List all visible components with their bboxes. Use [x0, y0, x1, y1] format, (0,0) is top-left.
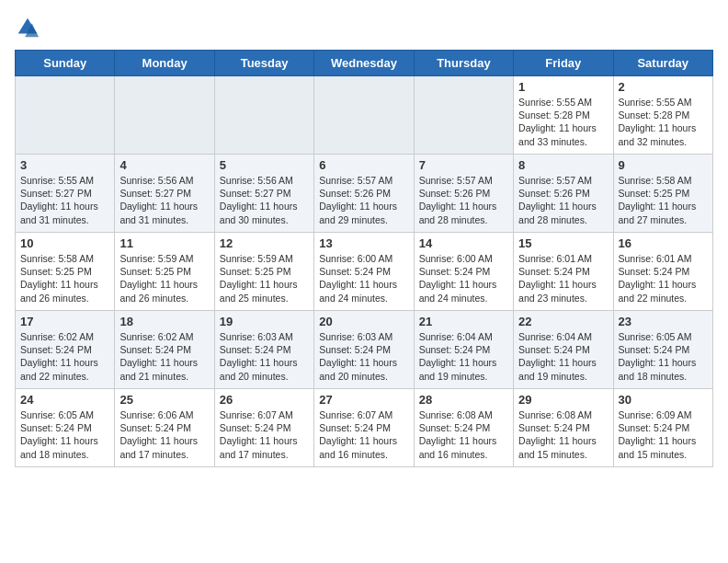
- day-number: 20: [319, 315, 408, 328]
- day-number: 13: [319, 236, 408, 250]
- day-number: 28: [419, 393, 508, 407]
- day-number: 26: [220, 393, 309, 407]
- calendar-cell: [115, 76, 214, 155]
- calendar-cell: 3Sunrise: 5:55 AM Sunset: 5:27 PM Daylig…: [16, 155, 115, 233]
- calendar-header: SundayMondayTuesdayWednesdayThursdayFrid…: [16, 51, 713, 76]
- cell-info: Sunrise: 5:58 AM Sunset: 5:25 PM Dayligh…: [20, 252, 109, 304]
- calendar-cell: 30Sunrise: 6:09 AM Sunset: 5:24 PM Dayli…: [613, 389, 712, 467]
- weekday-header: Saturday: [613, 51, 712, 76]
- calendar-cell: 22Sunrise: 6:04 AM Sunset: 5:24 PM Dayli…: [514, 311, 613, 389]
- day-number: 23: [619, 315, 708, 328]
- cell-info: Sunrise: 5:56 AM Sunset: 5:27 PM Dayligh…: [220, 174, 309, 226]
- cell-info: Sunrise: 5:57 AM Sunset: 5:26 PM Dayligh…: [518, 174, 608, 226]
- calendar-cell: 28Sunrise: 6:08 AM Sunset: 5:24 PM Dayli…: [414, 389, 513, 467]
- logo: [15, 15, 44, 40]
- calendar-cell: 2Sunrise: 5:55 AM Sunset: 5:28 PM Daylig…: [613, 76, 712, 155]
- cell-info: Sunrise: 6:07 AM Sunset: 5:24 PM Dayligh…: [319, 408, 408, 461]
- day-number: 15: [518, 236, 608, 250]
- cell-info: Sunrise: 5:55 AM Sunset: 5:28 PM Dayligh…: [619, 96, 708, 148]
- calendar-cell: 12Sunrise: 5:59 AM Sunset: 5:25 PM Dayli…: [214, 233, 313, 311]
- day-number: 7: [419, 158, 508, 172]
- cell-info: Sunrise: 6:02 AM Sunset: 5:24 PM Dayligh…: [119, 330, 209, 383]
- cell-info: Sunrise: 5:55 AM Sunset: 5:28 PM Dayligh…: [518, 96, 608, 148]
- cell-info: Sunrise: 6:03 AM Sunset: 5:24 PM Dayligh…: [319, 330, 408, 383]
- calendar-cell: 1Sunrise: 5:55 AM Sunset: 5:28 PM Daylig…: [514, 76, 613, 155]
- cell-info: Sunrise: 6:01 AM Sunset: 5:24 PM Dayligh…: [518, 252, 608, 304]
- day-number: 25: [119, 393, 209, 407]
- calendar-cell: [16, 76, 115, 155]
- cell-info: Sunrise: 6:09 AM Sunset: 5:24 PM Dayligh…: [619, 408, 708, 461]
- day-number: 30: [619, 393, 708, 407]
- day-number: 10: [20, 236, 109, 250]
- day-number: 27: [319, 393, 408, 407]
- calendar-cell: 26Sunrise: 6:07 AM Sunset: 5:24 PM Dayli…: [214, 389, 313, 467]
- calendar-cell: 14Sunrise: 6:00 AM Sunset: 5:24 PM Dayli…: [414, 233, 513, 311]
- cell-info: Sunrise: 5:57 AM Sunset: 5:26 PM Dayligh…: [419, 174, 508, 226]
- calendar-cell: [314, 76, 414, 155]
- calendar-cell: 5Sunrise: 5:56 AM Sunset: 5:27 PM Daylig…: [214, 155, 313, 233]
- calendar-cell: 16Sunrise: 6:01 AM Sunset: 5:24 PM Dayli…: [613, 233, 712, 311]
- day-number: 8: [518, 158, 608, 172]
- calendar-cell: [414, 76, 513, 155]
- calendar-cell: 15Sunrise: 6:01 AM Sunset: 5:24 PM Dayli…: [514, 233, 613, 311]
- weekday-header: Friday: [514, 51, 613, 76]
- cell-info: Sunrise: 6:05 AM Sunset: 5:24 PM Dayligh…: [20, 408, 109, 461]
- day-number: 16: [619, 236, 708, 250]
- cell-info: Sunrise: 6:00 AM Sunset: 5:24 PM Dayligh…: [419, 252, 508, 304]
- weekday-header: Sunday: [16, 51, 115, 76]
- day-number: 24: [20, 393, 109, 407]
- logo-icon: [15, 15, 40, 40]
- calendar-cell: 4Sunrise: 5:56 AM Sunset: 5:27 PM Daylig…: [115, 155, 214, 233]
- cell-info: Sunrise: 6:05 AM Sunset: 5:24 PM Dayligh…: [619, 330, 708, 383]
- cell-info: Sunrise: 5:59 AM Sunset: 5:25 PM Dayligh…: [220, 252, 309, 304]
- cell-info: Sunrise: 5:55 AM Sunset: 5:27 PM Dayligh…: [20, 174, 109, 226]
- calendar-cell: 6Sunrise: 5:57 AM Sunset: 5:26 PM Daylig…: [314, 155, 414, 233]
- calendar-cell: 13Sunrise: 6:00 AM Sunset: 5:24 PM Dayli…: [314, 233, 414, 311]
- calendar-cell: 17Sunrise: 6:02 AM Sunset: 5:24 PM Dayli…: [16, 311, 115, 389]
- calendar-week-row: 24Sunrise: 6:05 AM Sunset: 5:24 PM Dayli…: [16, 389, 713, 467]
- day-number: 21: [419, 315, 508, 328]
- calendar-cell: 25Sunrise: 6:06 AM Sunset: 5:24 PM Dayli…: [115, 389, 214, 467]
- calendar-cell: 24Sunrise: 6:05 AM Sunset: 5:24 PM Dayli…: [16, 389, 115, 467]
- calendar-cell: 21Sunrise: 6:04 AM Sunset: 5:24 PM Dayli…: [414, 311, 513, 389]
- calendar-cell: 9Sunrise: 5:58 AM Sunset: 5:25 PM Daylig…: [613, 155, 712, 233]
- day-number: 9: [619, 158, 708, 172]
- cell-info: Sunrise: 6:00 AM Sunset: 5:24 PM Dayligh…: [319, 252, 408, 304]
- cell-info: Sunrise: 6:02 AM Sunset: 5:24 PM Dayligh…: [20, 330, 109, 383]
- page-header: [15, 15, 713, 40]
- weekday-header: Tuesday: [214, 51, 313, 76]
- day-number: 1: [518, 80, 608, 94]
- day-number: 4: [119, 158, 209, 172]
- day-number: 2: [619, 80, 708, 94]
- cell-info: Sunrise: 5:56 AM Sunset: 5:27 PM Dayligh…: [119, 174, 209, 226]
- day-number: 11: [119, 236, 209, 250]
- weekday-header: Monday: [115, 51, 214, 76]
- calendar-cell: 29Sunrise: 6:08 AM Sunset: 5:24 PM Dayli…: [514, 389, 613, 467]
- weekday-header: Wednesday: [314, 51, 414, 76]
- day-number: 5: [220, 158, 309, 172]
- day-number: 12: [220, 236, 309, 250]
- calendar-week-row: 10Sunrise: 5:58 AM Sunset: 5:25 PM Dayli…: [16, 233, 713, 311]
- cell-info: Sunrise: 5:57 AM Sunset: 5:26 PM Dayligh…: [319, 174, 408, 226]
- day-number: 6: [319, 158, 408, 172]
- cell-info: Sunrise: 6:08 AM Sunset: 5:24 PM Dayligh…: [518, 408, 608, 461]
- calendar-week-row: 17Sunrise: 6:02 AM Sunset: 5:24 PM Dayli…: [16, 311, 713, 389]
- cell-info: Sunrise: 6:08 AM Sunset: 5:24 PM Dayligh…: [419, 408, 508, 461]
- cell-info: Sunrise: 6:03 AM Sunset: 5:24 PM Dayligh…: [220, 330, 309, 383]
- calendar-week-row: 3Sunrise: 5:55 AM Sunset: 5:27 PM Daylig…: [16, 155, 713, 233]
- calendar-cell: 8Sunrise: 5:57 AM Sunset: 5:26 PM Daylig…: [514, 155, 613, 233]
- calendar-week-row: 1Sunrise: 5:55 AM Sunset: 5:28 PM Daylig…: [16, 76, 713, 155]
- cell-info: Sunrise: 5:58 AM Sunset: 5:25 PM Dayligh…: [619, 174, 708, 226]
- calendar-cell: 18Sunrise: 6:02 AM Sunset: 5:24 PM Dayli…: [115, 311, 214, 389]
- calendar-cell: [214, 76, 313, 155]
- day-number: 19: [220, 315, 309, 328]
- day-number: 3: [20, 158, 109, 172]
- day-number: 17: [20, 315, 109, 328]
- calendar-cell: 20Sunrise: 6:03 AM Sunset: 5:24 PM Dayli…: [314, 311, 414, 389]
- calendar-cell: 19Sunrise: 6:03 AM Sunset: 5:24 PM Dayli…: [214, 311, 313, 389]
- day-number: 22: [518, 315, 608, 328]
- day-number: 29: [518, 393, 608, 407]
- cell-info: Sunrise: 6:06 AM Sunset: 5:24 PM Dayligh…: [119, 408, 209, 461]
- day-number: 14: [419, 236, 508, 250]
- cell-info: Sunrise: 5:59 AM Sunset: 5:25 PM Dayligh…: [119, 252, 209, 304]
